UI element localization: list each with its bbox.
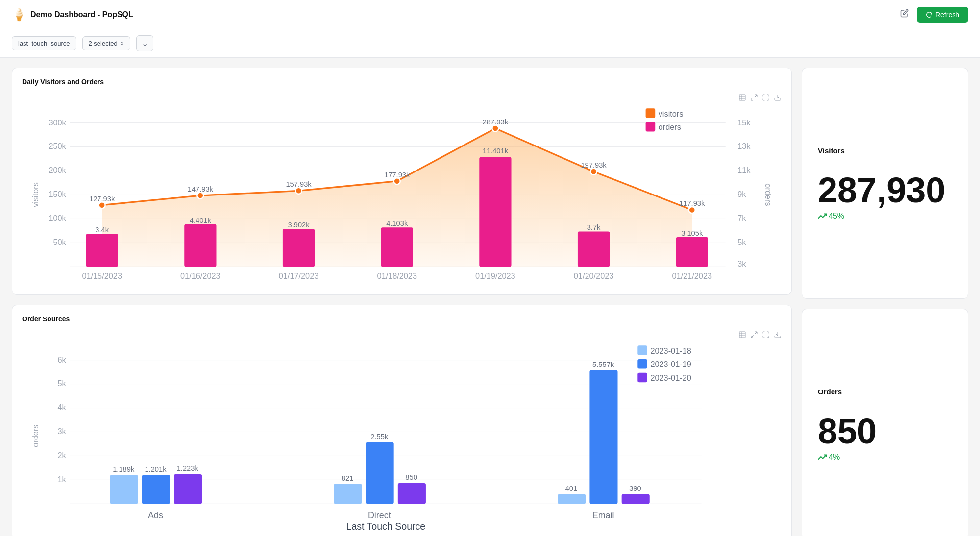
- svg-rect-68: [739, 332, 745, 338]
- svg-text:821: 821: [342, 474, 353, 482]
- svg-rect-48: [578, 232, 610, 267]
- svg-text:147.93k: 147.93k: [188, 185, 214, 193]
- filter-bar: last_touch_source 2 selected × ⌄: [0, 29, 980, 58]
- svg-rect-112: [637, 359, 647, 369]
- svg-text:11.401k: 11.401k: [483, 147, 509, 155]
- svg-text:01/20/2023: 01/20/2023: [574, 271, 614, 280]
- svg-point-31: [295, 188, 302, 194]
- svg-text:Email: Email: [592, 511, 614, 520]
- svg-text:2023-01-20: 2023-01-20: [650, 373, 691, 382]
- order-sources-chart-svg: orders 6k 5k 4k 3k 2k 1k: [22, 344, 782, 528]
- svg-text:01/18/2023: 01/18/2023: [377, 271, 417, 280]
- download-icon[interactable]: [774, 94, 782, 103]
- svg-text:6k: 6k: [58, 355, 67, 364]
- trend-up-icon: [818, 212, 827, 220]
- daily-visitors-title: Daily Visitors and Orders: [22, 78, 782, 86]
- svg-line-73: [751, 335, 754, 338]
- svg-rect-64: [646, 108, 656, 118]
- svg-text:1.223k: 1.223k: [177, 464, 199, 472]
- svg-text:5k: 5k: [737, 238, 746, 246]
- svg-point-35: [689, 207, 695, 213]
- orders-kpi-change: 4%: [818, 453, 840, 462]
- table-icon[interactable]: [738, 94, 746, 103]
- expand-icon-2[interactable]: [750, 331, 758, 340]
- svg-text:01/21/2023: 01/21/2023: [672, 271, 712, 280]
- fullscreen-icon[interactable]: [762, 94, 770, 103]
- svg-text:4.401k: 4.401k: [190, 217, 212, 224]
- svg-text:117.93k: 117.93k: [679, 199, 705, 207]
- svg-text:127.93k: 127.93k: [89, 195, 115, 203]
- edit-button[interactable]: [898, 7, 911, 22]
- svg-text:1k: 1k: [58, 475, 67, 484]
- logo-icon: 🍦: [12, 8, 25, 22]
- svg-text:1.201k: 1.201k: [145, 465, 167, 473]
- svg-rect-46: [381, 227, 413, 267]
- left-column: Daily Visitors and Orders visitors: [12, 68, 792, 536]
- svg-text:1.189k: 1.189k: [113, 465, 135, 473]
- svg-text:850: 850: [405, 473, 417, 481]
- svg-rect-49: [676, 237, 708, 267]
- filter-clear-icon[interactable]: ×: [121, 40, 124, 47]
- svg-rect-43: [86, 234, 118, 267]
- svg-rect-90: [142, 475, 170, 504]
- svg-rect-0: [739, 95, 745, 100]
- svg-rect-96: [334, 484, 362, 504]
- svg-point-30: [197, 193, 203, 199]
- svg-text:100k: 100k: [49, 214, 66, 222]
- daily-visitors-chart-svg: visitors 300k 250k 200k 150k 100k 50k: [22, 107, 782, 283]
- svg-text:9k: 9k: [737, 190, 746, 198]
- svg-text:01/17/2023: 01/17/2023: [279, 271, 319, 280]
- svg-line-72: [755, 332, 757, 334]
- visitors-kpi-title: Visitors: [818, 146, 845, 155]
- svg-point-29: [99, 202, 105, 208]
- svg-text:5.557k: 5.557k: [592, 361, 614, 368]
- right-column: Visitors 287,930 45% Orders 850 4%: [802, 68, 968, 536]
- svg-rect-97: [366, 442, 394, 504]
- svg-point-34: [590, 169, 597, 175]
- svg-text:01/16/2023: 01/16/2023: [180, 271, 220, 280]
- svg-text:3k: 3k: [58, 427, 67, 436]
- filter-dropdown-btn[interactable]: ⌄: [136, 35, 153, 51]
- refresh-label: Refresh: [935, 11, 959, 19]
- svg-text:visitors: visitors: [31, 182, 40, 207]
- expand-icon[interactable]: [750, 94, 758, 103]
- svg-rect-103: [558, 494, 586, 504]
- svg-text:3.902k: 3.902k: [288, 221, 310, 229]
- svg-text:11k: 11k: [737, 166, 751, 174]
- orders-kpi-value: 850: [818, 414, 877, 449]
- refresh-button[interactable]: Refresh: [917, 7, 968, 23]
- svg-rect-44: [184, 224, 216, 267]
- visitors-kpi-value: 287,930: [818, 172, 945, 208]
- svg-line-4: [755, 95, 757, 97]
- svg-line-5: [751, 98, 754, 100]
- svg-text:Last Touch Source: Last Touch Source: [346, 520, 426, 531]
- svg-text:200k: 200k: [49, 166, 66, 174]
- svg-text:orders: orders: [659, 122, 681, 131]
- svg-text:01/15/2023: 01/15/2023: [82, 271, 122, 280]
- table-icon-2[interactable]: [738, 331, 746, 340]
- svg-rect-91: [174, 474, 202, 504]
- app-title: Demo Dashboard - PopSQL: [30, 10, 133, 19]
- orders-kpi-title: Orders: [818, 388, 842, 396]
- svg-text:15k: 15k: [737, 118, 751, 127]
- svg-text:4k: 4k: [58, 403, 67, 412]
- svg-text:287.93k: 287.93k: [483, 118, 509, 126]
- svg-text:visitors: visitors: [659, 109, 684, 118]
- svg-rect-104: [589, 370, 617, 504]
- svg-text:01/19/2023: 01/19/2023: [475, 271, 515, 280]
- svg-rect-98: [398, 483, 426, 504]
- svg-rect-66: [646, 122, 656, 132]
- svg-rect-45: [283, 229, 315, 267]
- svg-text:157.93k: 157.93k: [286, 180, 312, 188]
- download-icon-2[interactable]: [774, 331, 782, 340]
- svg-text:3.7k: 3.7k: [587, 223, 601, 231]
- svg-text:orders: orders: [31, 424, 40, 447]
- svg-text:300k: 300k: [49, 118, 66, 127]
- orders-change-text: 4%: [829, 453, 840, 462]
- daily-visitors-card: Daily Visitors and Orders visitors: [12, 68, 792, 295]
- svg-rect-47: [479, 157, 511, 267]
- fullscreen-icon-2[interactable]: [762, 331, 770, 340]
- filter-value-badge[interactable]: 2 selected ×: [82, 36, 130, 50]
- svg-text:250k: 250k: [49, 142, 66, 150]
- svg-text:2023-01-19: 2023-01-19: [650, 360, 691, 368]
